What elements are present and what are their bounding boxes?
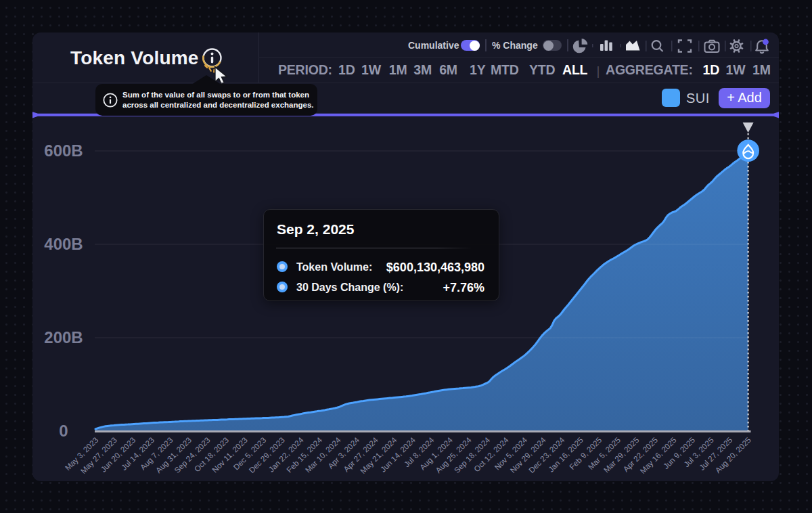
svg-text:600B: 600B — [44, 141, 83, 160]
svg-text:400B: 400B — [44, 235, 83, 253]
svg-text:200B: 200B — [44, 328, 83, 347]
svg-text:0: 0 — [59, 422, 68, 440]
